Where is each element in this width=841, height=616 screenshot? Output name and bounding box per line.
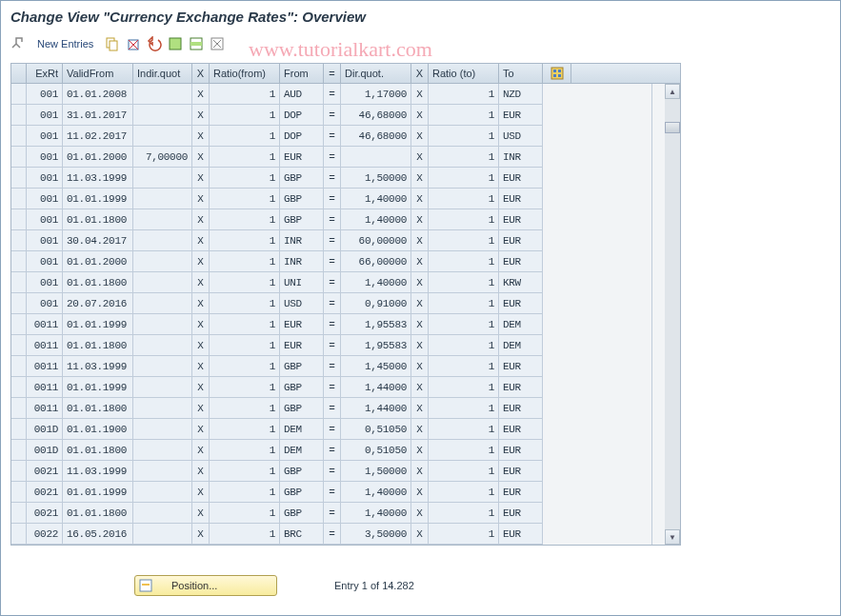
row-handle[interactable] (11, 440, 27, 461)
cell-ratiofrom[interactable]: 1 (210, 398, 280, 419)
col-header-ratiofrom[interactable]: Ratio(from) (210, 64, 280, 83)
cell-x2[interactable]: X (411, 503, 429, 524)
cell-ratioto[interactable]: 1 (429, 126, 499, 147)
cell-validfrom[interactable]: 16.05.2016 (63, 524, 133, 545)
cell-x2[interactable]: X (411, 482, 429, 503)
cell-ratiofrom[interactable]: 1 (210, 524, 280, 545)
cell-dirquot[interactable]: 66,00000 (341, 251, 411, 272)
cell-ratioto[interactable]: 1 (429, 189, 499, 209)
cell-from[interactable]: GBP (280, 189, 324, 209)
cell-from[interactable]: BRC (280, 524, 324, 545)
col-header-indirquot[interactable]: Indir.quot (133, 64, 192, 83)
cell-exrt[interactable]: 0011 (27, 398, 63, 419)
cell-ratioto[interactable]: 1 (429, 105, 499, 126)
cell-indirquot[interactable]: 7,00000 (133, 147, 192, 168)
col-header-ratioto[interactable]: Ratio (to) (429, 64, 499, 83)
row-handle[interactable] (11, 84, 27, 105)
cell-ratioto[interactable]: 1 (429, 335, 499, 356)
cell-x1[interactable]: X (192, 293, 210, 314)
cell-exrt[interactable]: 001 (27, 251, 63, 272)
row-handle[interactable] (11, 503, 27, 524)
cell-x1[interactable]: X (192, 356, 210, 377)
cell-ratiofrom[interactable]: 1 (210, 293, 280, 314)
cell-ratiofrom[interactable]: 1 (210, 419, 280, 440)
cell-dirquot[interactable]: 1,44000 (341, 377, 411, 398)
table-row[interactable]: 00120.07.2016X1USD=0,91000X1EUR (11, 293, 680, 314)
cell-exrt[interactable]: 0021 (27, 503, 63, 524)
cell-to[interactable]: EUR (499, 503, 543, 524)
cell-validfrom[interactable]: 30.04.2017 (63, 230, 133, 251)
cell-ratiofrom[interactable]: 1 (210, 147, 280, 168)
cell-exrt[interactable]: 0011 (27, 377, 63, 398)
cell-from[interactable]: GBP (280, 356, 324, 377)
table-row[interactable]: 00111.03.1999X1GBP=1,50000X1EUR (11, 168, 680, 189)
scroll-up-arrow[interactable]: ▲ (665, 84, 680, 99)
cell-x2[interactable]: X (411, 105, 429, 126)
cell-validfrom[interactable]: 11.03.1999 (63, 356, 133, 377)
cell-indirquot[interactable] (133, 356, 192, 377)
col-header-validfrom[interactable]: ValidFrom (63, 64, 133, 83)
cell-to[interactable]: EUR (499, 524, 543, 545)
cell-exrt[interactable]: 001 (27, 272, 63, 293)
row-handle[interactable] (11, 377, 27, 398)
table-row[interactable]: 002101.01.1999X1GBP=1,40000X1EUR (11, 482, 680, 503)
cell-indirquot[interactable] (133, 293, 192, 314)
cell-validfrom[interactable]: 20.07.2016 (63, 293, 133, 314)
row-handle[interactable] (11, 461, 27, 482)
cell-x2[interactable]: X (411, 147, 429, 168)
cell-x2[interactable]: X (411, 461, 429, 482)
row-handle[interactable] (11, 272, 27, 293)
cell-indirquot[interactable] (133, 209, 192, 230)
cell-exrt[interactable]: 001D (27, 419, 63, 440)
table-row[interactable]: 001D01.01.1900X1DEM=0,51050X1EUR (11, 419, 680, 440)
cell-x2[interactable]: X (411, 314, 429, 335)
cell-validfrom[interactable]: 01.01.2000 (63, 147, 133, 168)
col-header-eq[interactable]: = (324, 64, 341, 83)
cell-to[interactable]: EUR (499, 377, 543, 398)
position-button[interactable]: Position... (134, 575, 277, 596)
cell-x2[interactable]: X (411, 189, 429, 209)
cell-to[interactable]: EUR (499, 105, 543, 126)
cell-dirquot[interactable]: 46,68000 (341, 105, 411, 126)
cell-indirquot[interactable] (133, 105, 192, 126)
scroll-track[interactable] (665, 99, 680, 529)
cell-exrt[interactable]: 0011 (27, 314, 63, 335)
scroll-down-arrow[interactable]: ▼ (665, 529, 680, 545)
cell-ratioto[interactable]: 1 (429, 503, 499, 524)
cell-validfrom[interactable]: 01.01.1800 (63, 440, 133, 461)
cell-ratioto[interactable]: 1 (429, 230, 499, 251)
cell-ratiofrom[interactable]: 1 (210, 168, 280, 189)
cell-from[interactable]: EUR (280, 335, 324, 356)
row-handle[interactable] (11, 251, 27, 272)
cell-ratiofrom[interactable]: 1 (210, 314, 280, 335)
cell-validfrom[interactable]: 01.01.2008 (63, 84, 133, 105)
cell-dirquot[interactable]: 1,40000 (341, 482, 411, 503)
col-header-from[interactable]: From (280, 64, 324, 83)
cell-to[interactable]: USD (499, 126, 543, 147)
cell-exrt[interactable]: 001D (27, 440, 63, 461)
table-row[interactable]: 001101.01.1800X1GBP=1,44000X1EUR (11, 398, 680, 419)
table-row[interactable]: 00101.01.2008X1AUD=1,17000X1NZD (11, 84, 680, 105)
row-handle[interactable] (11, 335, 27, 356)
cell-indirquot[interactable] (133, 461, 192, 482)
cell-validfrom[interactable]: 01.01.1999 (63, 314, 133, 335)
cell-exrt[interactable]: 001 (27, 126, 63, 147)
cell-ratiofrom[interactable]: 1 (210, 440, 280, 461)
cell-from[interactable]: GBP (280, 398, 324, 419)
select-all-handle[interactable] (11, 64, 27, 83)
cell-x1[interactable]: X (192, 84, 210, 105)
cell-ratioto[interactable]: 1 (429, 524, 499, 545)
cell-indirquot[interactable] (133, 168, 192, 189)
table-row[interactable]: 00101.01.2000X1INR=66,00000X1EUR (11, 251, 680, 272)
scroll-thumb[interactable] (665, 122, 680, 133)
col-header-x2[interactable]: X (411, 64, 429, 83)
cell-indirquot[interactable] (133, 251, 192, 272)
cell-from[interactable]: INR (280, 251, 324, 272)
cell-validfrom[interactable]: 01.01.1800 (63, 209, 133, 230)
cell-x2[interactable]: X (411, 84, 429, 105)
cell-x2[interactable]: X (411, 419, 429, 440)
cell-exrt[interactable]: 0011 (27, 356, 63, 377)
cell-ratioto[interactable]: 1 (429, 251, 499, 272)
row-handle[interactable] (11, 147, 27, 168)
table-row[interactable]: 002101.01.1800X1GBP=1,40000X1EUR (11, 503, 680, 524)
